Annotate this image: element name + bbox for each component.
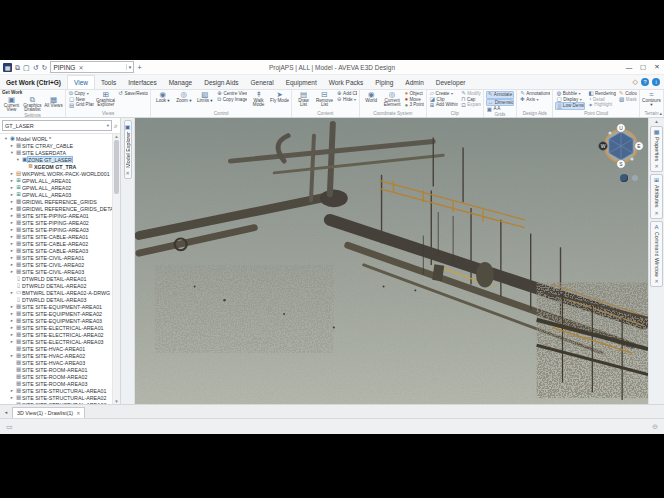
close-icon[interactable]: ✕: [654, 278, 658, 284]
ribbon-tab-design-aids[interactable]: Design Aids: [198, 75, 244, 89]
zoom-indicator-icon[interactable]: ⊖: [652, 423, 658, 431]
command-prompt-icon[interactable]: ▭: [6, 423, 13, 431]
redo-icon[interactable]: ↻: [42, 64, 48, 71]
tab-command-window[interactable]: ACommand Window✕: [650, 221, 663, 288]
hide-button[interactable]: ⊖Hide▾: [336, 97, 357, 103]
tree-item-site-site-piping-area01[interactable]: ▸▦SITE SITE-PIPING-AREA01: [1, 212, 112, 219]
viewport-canvas[interactable]: U E S W: [135, 118, 648, 404]
search-icon[interactable]: ⌕: [114, 122, 118, 129]
annotate-button[interactable]: ✎Annotate: [486, 91, 514, 99]
tree-item-site-site-equipment-area01[interactable]: ▸▦SITE SITE-EQUIPMENT-AREA01: [1, 303, 112, 310]
zoom-button[interactable]: ◎Zoom ▾: [174, 91, 193, 103]
tree-item-site-site-room-area03[interactable]: ▦SITE SITE-ROOM-AREA03: [1, 380, 112, 387]
tree-item-site-site-hvac-area03[interactable]: ▦SITE SITE-HVAC-AREA03: [1, 359, 112, 366]
current-element-button[interactable]: ◎Current Element: [383, 91, 402, 108]
tree-item-site-site-equipment-area02[interactable]: ▸▦SITE SITE-EQUIPMENT-AREA02: [1, 310, 112, 317]
tree-item-site-site-equipment-area03[interactable]: ▸▦SITE SITE-EQUIPMENT-AREA03: [1, 317, 112, 324]
tree-item-bmtwrl-detail-area02-a-drwg[interactable]: ▸▭BMTWRL DETAIL-AREA02-A-DRWG: [1, 289, 112, 296]
tree-item-site-site-electrical-area01[interactable]: ▸▦SITE SITE-ELECTRICAL-AREA01: [1, 324, 112, 331]
remove-list-button[interactable]: ⊟Remove List: [315, 91, 334, 108]
tree-item-site-site-electrical-area02[interactable]: ▸▦SITE SITE-ELECTRICAL-AREA02: [1, 331, 112, 338]
tab-properties[interactable]: ▦Properties✕: [650, 126, 663, 172]
ribbon-tab-view[interactable]: View: [67, 75, 95, 89]
tree-item-model-worl[interactable]: ▾◉Model WORL *: [1, 135, 112, 142]
undo-icon[interactable]: ↺: [33, 64, 39, 71]
close-icon[interactable]: ✕: [76, 410, 80, 416]
link-icon[interactable]: ▢: [23, 64, 30, 71]
ribbon-tab-interfaces[interactable]: Interfaces: [122, 75, 163, 89]
close-button[interactable]: ✕: [650, 63, 664, 71]
tree-item-site-site-electrical-area03[interactable]: ▸▦SITE SITE-ELECTRICAL-AREA03: [1, 338, 112, 345]
scroll-down-icon[interactable]: ▼: [114, 399, 118, 404]
tree-item-site-site-cable-area01[interactable]: ▸▦SITE SITE-CABLE-AREA01: [1, 233, 112, 240]
clear-icon[interactable]: ✕: [78, 64, 83, 71]
window-icon[interactable]: ⧉: [15, 64, 20, 71]
diamond-icon[interactable]: ◇: [633, 78, 638, 86]
tree-item-site-site-hvac-area02[interactable]: ▸▦SITE SITE-HVAC-AREA02: [1, 352, 112, 359]
tree-item-gridwl-reference-grids-detail[interactable]: ▸▩GRIDWL REFERENCE_GRIDS_DETAIL: [1, 205, 112, 212]
dimension-button[interactable]: ↔Dimension: [486, 99, 514, 107]
expand-button[interactable]: ⊡Expand: [460, 102, 481, 108]
ribbon-tab-get-work-ctrl-g[interactable]: Get Work (Ctrl+G): [0, 75, 67, 89]
search-input[interactable]: GT_LASER ▾: [2, 120, 112, 131]
close-icon[interactable]: ✕: [654, 163, 658, 169]
tree-item-gpwl-all-area01[interactable]: ▸⊞GPWL ALL_AREA01: [1, 177, 112, 184]
tree-item-site-site-structural-area01[interactable]: ▸▦SITE SITE-STRUCTURAL-AREA01: [1, 387, 112, 394]
low-density-button[interactable]: ▒Low Density: [555, 102, 585, 110]
tab-scroll-left-icon[interactable]: ◂: [2, 409, 10, 415]
tree-item-site-site-room-area01[interactable]: ▦SITE SITE-ROOM-AREA01: [1, 366, 112, 373]
globe-icon[interactable]: [620, 174, 628, 182]
scroll-up-icon[interactable]: ▲: [114, 134, 118, 139]
ribbon-tab-tools[interactable]: Tools: [95, 75, 122, 89]
tab-3d-view-drawlist[interactable]: 3D View(1) - Drawlist(1) ✕: [12, 407, 85, 418]
get-work-label[interactable]: Get Work: [2, 90, 22, 95]
add-icon[interactable]: +: [137, 64, 141, 71]
tree-item-site-laserdata[interactable]: ▾▦SITE LASERDATA: [1, 149, 112, 156]
tree-item-site-site-civil-area02[interactable]: ▸▦SITE SITE-CIVIL-AREA02: [1, 261, 112, 268]
graphics-drawlist-button[interactable]: ⧉Graphics Drawlist: [23, 96, 42, 113]
tree-item-site-site-structural-area03[interactable]: ▸▦SITE SITE-STRUCTURAL-AREA03: [1, 401, 112, 404]
add-within-button[interactable]: ⊞Add Within▾: [429, 102, 458, 108]
tree-item-gridwl-reference-grids[interactable]: ▸▩GRIDWL REFERENCE_GRIDS: [1, 198, 112, 205]
close-icon[interactable]: ✕: [654, 210, 658, 216]
ribbon-tab-manage[interactable]: Manage: [163, 75, 199, 89]
ribbon-tab-work-packs[interactable]: Work Packs: [323, 75, 370, 89]
tree-item-site-site-cable-area02[interactable]: ▸▦SITE SITE-CABLE-AREA02: [1, 240, 112, 247]
copy-image-button[interactable]: ⧉Copy Image▾: [216, 97, 247, 103]
tree-item-site-site-civil-area03[interactable]: ▸▦SITE SITE-CIVIL-AREA03: [1, 268, 112, 275]
all-views-button[interactable]: ▦All Views: [44, 96, 63, 108]
tree-item-site-site-piping-area03[interactable]: ▸▦SITE SITE-PIPING-AREA03: [1, 226, 112, 233]
navigation-compass[interactable]: U E S W: [598, 123, 644, 169]
close-icon[interactable]: ✕: [125, 170, 129, 176]
scroll-up-icon[interactable]: ▲: [654, 119, 658, 124]
tree-item-wkpwhl-work-pack-world001[interactable]: ▸▤WKPWHL WORK-PACK-WORLD001: [1, 170, 112, 177]
tree-item-dtwrld-detail-area03[interactable]: ▯DTWRLD DETAIL-AREA03: [1, 296, 112, 303]
tree-item-gpwl-all-area02[interactable]: ▸⊞GPWL ALL_AREA02: [1, 184, 112, 191]
tree-item-site-site-room-area02[interactable]: ▦SITE SITE-ROOM-AREA02: [1, 373, 112, 380]
tree-scrollbar[interactable]: ▲ ▼: [112, 134, 120, 404]
restore-button[interactable]: ▢: [636, 63, 650, 71]
chevron-down-icon[interactable]: ▾: [126, 64, 132, 70]
mask-button[interactable]: ▨Mask: [618, 97, 637, 103]
three-points-button[interactable]: ●3 Points: [404, 102, 424, 108]
collapse-ribbon-icon[interactable]: ▴: [659, 110, 662, 116]
tree-item-site-site-structural-area02[interactable]: ▸▦SITE SITE-STRUCTURAL-AREA02: [1, 394, 112, 401]
tab-model-explorer[interactable]: ▣ Model Explorer ✕: [124, 120, 132, 179]
help-icon[interactable]: ?: [641, 78, 649, 86]
save-restore-button[interactable]: ↺Save/Restore: [117, 91, 148, 97]
graphical-explorer-button[interactable]: ⊞Graphical Explorer: [96, 91, 115, 108]
current-view-button[interactable]: ▣Current View: [2, 96, 21, 113]
info-icon[interactable]: i: [652, 78, 660, 86]
minimize-button[interactable]: —: [622, 64, 636, 71]
grid-plane-button[interactable]: ▤Grid Plane: [68, 102, 94, 108]
chevron-down-icon[interactable]: ▾: [107, 123, 109, 128]
tree-item-site-site-civil-area01[interactable]: ▸▦SITE SITE-CIVIL-AREA01: [1, 254, 112, 261]
limits-button[interactable]: ▧Limits ▾: [195, 91, 214, 103]
ribbon-tab-general[interactable]: General: [245, 75, 280, 89]
scrollbar-thumb[interactable]: [114, 140, 119, 194]
highlight-button[interactable]: ✦Highlight: [587, 102, 616, 108]
tree-item-site-site-piping-area02[interactable]: ▸▦SITE SITE-PIPING-AREA02: [1, 219, 112, 226]
tab-attributes[interactable]: ⊞Attributes✕: [650, 174, 663, 218]
axis-button[interactable]: ✚Axis▾: [519, 97, 550, 103]
tree-item-zone-gt-laser[interactable]: ▾▣ZONE GT_LASER: [1, 156, 112, 163]
